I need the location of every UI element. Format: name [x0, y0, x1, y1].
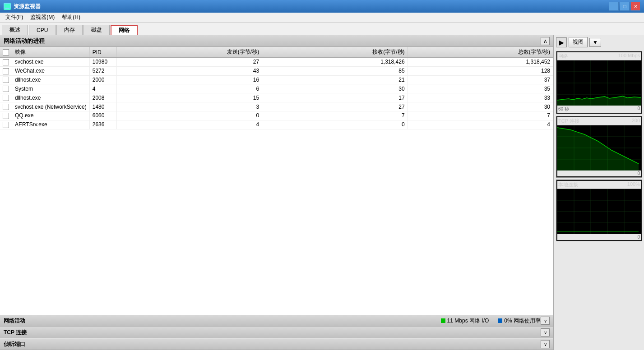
svg-rect-0: [4, 4, 10, 8]
row-process-name: svchost.exe (NetworkService): [12, 102, 90, 111]
row-checkbox[interactable]: [3, 86, 9, 92]
listen-collapse[interactable]: ∨: [541, 340, 550, 348]
tab-network[interactable]: 网络: [111, 25, 138, 35]
listen-section-title: 侦听端口: [4, 341, 541, 348]
tcp-section-header[interactable]: TCP 连接 ∨: [0, 327, 553, 338]
table-row[interactable]: svchost.exe (NetworkService) 1480 3 27 3…: [0, 102, 553, 111]
col-image[interactable]: 映像: [12, 47, 90, 58]
row-pid: 1480: [89, 102, 116, 111]
tcp-chevron-icon: ∨: [544, 330, 547, 335]
row-send: 15: [116, 93, 262, 102]
network-activity-info: 11 Mbps 网络 I/O 0% 网络使用率: [441, 317, 541, 325]
row-total: 4: [408, 120, 553, 129]
tab-overview[interactable]: 概述: [2, 25, 28, 35]
row-checkbox[interactable]: [3, 59, 9, 65]
minimize-button[interactable]: —: [609, 2, 619, 11]
row-checkbox[interactable]: [3, 104, 9, 110]
row-pid: 2636: [89, 120, 116, 129]
tab-memory[interactable]: 内存: [56, 25, 83, 35]
table-row[interactable]: svchost.exe 10980 27 1,318,426 1,318,452: [0, 58, 553, 67]
table-row[interactable]: WeChat.exe 5272 43 85 128: [0, 66, 553, 75]
col-check: [0, 47, 12, 58]
row-total: 1,318,452: [408, 58, 553, 67]
right-panel-top: ▶ 视图 ▼: [556, 37, 642, 47]
process-collapse-btn[interactable]: ∧: [541, 37, 550, 45]
chart-tcp: TCP 连接 200 0: [556, 116, 642, 178]
menu-monitor[interactable]: 监视器(M): [27, 13, 58, 22]
row-recv: 0: [262, 120, 408, 129]
row-checkbox[interactable]: [3, 122, 9, 128]
row-send: 4: [116, 120, 262, 129]
chart-local-title-row: 本地连接 100%: [557, 181, 641, 189]
dropdown-icon: ▼: [593, 39, 598, 46]
tcp-section-title: TCP 连接: [4, 329, 541, 336]
right-expand-button[interactable]: ▶: [556, 37, 567, 47]
chart-local-canvas: [557, 189, 641, 234]
row-recv: 7: [262, 111, 408, 120]
row-recv: 17: [262, 93, 408, 102]
bottom-sections: 网络活动 11 Mbps 网络 I/O 0% 网络使用率 ∨: [0, 315, 553, 350]
chart-tcp-footer-right: 0: [637, 171, 640, 176]
row-send: 43: [116, 66, 262, 75]
process-section-header[interactable]: 网络活动的进程 ∧: [0, 35, 553, 47]
process-table-container[interactable]: 映像 PID 发送(字节/秒) 接收(字节/秒) 总数(字节/秒) svchos…: [0, 47, 553, 315]
table-row[interactable]: QQ.exe 6060 0 7 7: [0, 111, 553, 120]
col-send[interactable]: 发送(字节/秒): [116, 47, 262, 58]
row-checkbox[interactable]: [3, 77, 9, 83]
menu-file[interactable]: 文件(F): [2, 13, 27, 22]
table-row[interactable]: System 4 6 30 35: [0, 84, 553, 93]
listen-section-header[interactable]: 侦听端口 ∨: [0, 338, 553, 350]
row-recv: 27: [262, 102, 408, 111]
chart-network-footer-right: 0: [637, 106, 640, 112]
tab-cpu[interactable]: CPU: [29, 25, 56, 35]
row-pid: 2008: [89, 93, 116, 102]
maximize-button[interactable]: □: [620, 2, 630, 11]
row-checkbox-cell: [0, 58, 12, 67]
table-row[interactable]: dllhost.exe 2000 16 21 37: [0, 75, 553, 84]
row-checkbox[interactable]: [3, 113, 9, 119]
listen-chevron-icon: ∨: [544, 342, 547, 347]
chart-tcp-canvas: [557, 125, 641, 170]
process-table: 映像 PID 发送(字节/秒) 接收(字节/秒) 总数(字节/秒) svchos…: [0, 47, 553, 129]
network-activity-collapse[interactable]: ∨: [541, 317, 550, 325]
chart-tcp-title-row: TCP 连接 200: [557, 117, 641, 125]
menu-help[interactable]: 帮助(H): [58, 13, 84, 22]
tcp-collapse[interactable]: ∨: [541, 328, 550, 336]
chart-network: 网络 100 Mbps: [556, 51, 642, 114]
network-activity-header[interactable]: 网络活动 11 Mbps 网络 I/O 0% 网络使用率 ∨: [0, 315, 553, 327]
row-checkbox[interactable]: [3, 95, 9, 101]
row-total: 35: [408, 84, 553, 93]
header-checkbox[interactable]: [3, 49, 9, 55]
process-section-title: 网络活动的进程: [4, 37, 541, 45]
row-checkbox-cell: [0, 120, 12, 129]
row-checkbox-cell: [0, 93, 12, 102]
chart-local-footer: 0: [557, 234, 641, 240]
col-recv[interactable]: 接收(字节/秒): [262, 47, 408, 58]
row-process-name: dllhost.exe: [12, 75, 90, 84]
row-send: 16: [116, 75, 262, 84]
col-pid[interactable]: PID: [89, 47, 116, 58]
row-process-name: System: [12, 84, 90, 93]
row-checkbox[interactable]: [3, 68, 9, 74]
table-header-row: 映像 PID 发送(字节/秒) 接收(字节/秒) 总数(字节/秒): [0, 47, 553, 58]
row-checkbox-cell: [0, 66, 12, 75]
view-button[interactable]: 视图: [569, 37, 588, 47]
left-panel: 网络活动的进程 ∧ 映像 PID 发送(字节/秒) 接收(字节/秒): [0, 35, 554, 350]
badge-io: 11 Mbps 网络 I/O: [441, 317, 489, 325]
view-dropdown-button[interactable]: ▼: [589, 38, 601, 47]
badge-usage: 0% 网络使用率: [498, 317, 541, 325]
badge-dot-green: [441, 318, 445, 323]
close-button[interactable]: ✕: [630, 2, 640, 11]
table-row[interactable]: dllhost.exe 2008 15 17 33: [0, 93, 553, 102]
menu-bar: 文件(F) 监视器(M) 帮助(H): [0, 13, 644, 23]
row-send: 27: [116, 58, 262, 67]
row-pid: 10980: [89, 58, 116, 67]
table-row[interactable]: AERTSrv.exe 2636 4 0 4: [0, 120, 553, 129]
svg-rect-1: [5, 8, 9, 9]
chart-tcp-grid: [557, 125, 641, 170]
row-process-name: dllhost.exe: [12, 93, 90, 102]
row-total: 128: [408, 66, 553, 75]
tab-disk[interactable]: 磁盘: [83, 25, 110, 35]
badge-dot-blue: [498, 318, 502, 323]
col-total[interactable]: 总数(字节/秒): [408, 47, 553, 58]
